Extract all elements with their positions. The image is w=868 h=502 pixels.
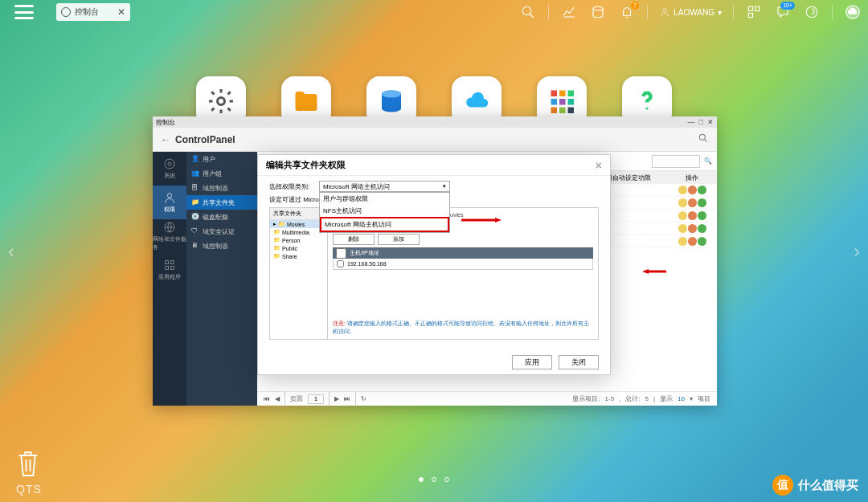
subnav-users[interactable]: 👤用户: [186, 152, 257, 166]
edit-icon[interactable]: [678, 224, 687, 233]
filter-input[interactable]: [652, 155, 700, 168]
separator: [647, 5, 648, 19]
host-access-label: 设定可通过 Micro: [269, 195, 319, 204]
svg-point-11: [382, 91, 401, 98]
close-icon[interactable]: ✕: [117, 6, 125, 18]
refresh-icon[interactable]: [698, 224, 706, 233]
edit-icon[interactable]: [678, 237, 687, 246]
dropdown-option[interactable]: 用户与群组权限: [320, 193, 449, 205]
subnav-domain[interactable]: 🗄域控制器: [186, 181, 257, 195]
perm-icon[interactable]: [688, 237, 697, 246]
message-icon[interactable]: 10+: [774, 3, 792, 21]
user-menu[interactable]: LAOWANG ▾: [659, 6, 722, 18]
info-icon[interactable]: [803, 3, 821, 21]
page-dot[interactable]: [432, 477, 436, 482]
refresh-icon[interactable]: [698, 198, 706, 207]
nav-system[interactable]: 系统: [153, 152, 186, 186]
desktop-pager[interactable]: [419, 477, 449, 482]
svg-point-21: [646, 108, 649, 110]
user-icon: 👤: [191, 155, 199, 163]
nav-network[interactable]: 网络和文件服务: [153, 219, 186, 253]
next-page-icon[interactable]: ▶: [334, 395, 339, 402]
panel-title: ControlPanel: [175, 134, 235, 145]
svg-rect-13: [559, 91, 566, 97]
subnav-security[interactable]: 🛡域安全认证: [186, 224, 257, 239]
ip-value: 192.168.50.168: [347, 261, 387, 267]
search-icon[interactable]: 🔍: [704, 157, 712, 165]
row-checkbox[interactable]: [337, 260, 344, 267]
refresh-icon[interactable]: ↻: [361, 395, 366, 402]
disk-icon[interactable]: [589, 3, 607, 21]
username: LAOWANG: [674, 8, 714, 17]
add-button[interactable]: 添加: [378, 234, 420, 245]
refresh-icon[interactable]: [698, 186, 706, 194]
page-dot[interactable]: [444, 477, 449, 482]
domain-icon: 🗄: [191, 184, 199, 192]
edit-icon[interactable]: [678, 198, 687, 207]
folder-icon: 📁: [191, 198, 199, 206]
svg-point-9: [218, 98, 225, 105]
svg-rect-28: [166, 261, 169, 264]
svg-rect-19: [559, 108, 566, 114]
next-desktop[interactable]: ›: [849, 235, 865, 267]
perm-icon[interactable]: [688, 198, 697, 207]
perm-icon[interactable]: [688, 186, 697, 194]
page-input[interactable]: [308, 394, 324, 404]
topbar: 控制台 ✕ 7 LAOWANG ▾ 10+: [0, 0, 868, 24]
dialog-title: 编辑共享文件夹权限: [266, 159, 346, 171]
minimize-icon[interactable]: —: [688, 118, 695, 126]
edit-permissions-dialog: 编辑共享文件夹权限 × 选择权限类别: Microsoft 网络主机访问 用户与…: [257, 154, 611, 375]
delete-button[interactable]: 删除: [333, 234, 375, 245]
subnav-shared-folders[interactable]: 📁共享文件夹: [186, 195, 257, 210]
svg-rect-4: [748, 6, 752, 10]
widget-icon[interactable]: [745, 3, 763, 21]
nav-privilege[interactable]: 权限: [153, 186, 186, 219]
back-icon[interactable]: ←: [161, 134, 170, 145]
edit-icon[interactable]: [678, 211, 687, 220]
window-titlebar[interactable]: 控制台 — □ ✕: [153, 116, 717, 128]
search-icon[interactable]: [698, 133, 709, 146]
perm-icon[interactable]: [688, 224, 697, 233]
perm-icon[interactable]: [688, 211, 697, 220]
subnav-controller[interactable]: 🖥域控制器: [186, 239, 257, 253]
menu-icon[interactable]: [14, 5, 34, 19]
edit-icon[interactable]: [678, 186, 687, 194]
prev-desktop[interactable]: ‹: [3, 235, 19, 267]
trash-icon[interactable]: [16, 447, 40, 478]
folder-item[interactable]: 📁 Public: [270, 244, 327, 252]
folder-item[interactable]: 📁 Person: [270, 236, 327, 244]
perm-type-dropdown[interactable]: Microsoft 网络主机访问 用户与群组权限 NFS主机访问 Microso…: [319, 181, 450, 192]
dropdown-list: 用户与群组权限 NFS主机访问 Microsoft 网络主机访问: [319, 192, 450, 233]
dropdown-option[interactable]: NFS主机访问: [320, 205, 449, 217]
left-nav: 系统 权限 网络和文件服务 应用程序: [153, 152, 186, 406]
server-icon: 🖥: [191, 242, 199, 250]
search-icon[interactable]: [519, 3, 537, 21]
refresh-icon[interactable]: [698, 237, 706, 246]
subnav-groups[interactable]: 👥用户组: [186, 166, 257, 181]
bell-icon[interactable]: 7: [618, 3, 636, 21]
svg-rect-29: [170, 261, 174, 264]
dropdown-option-highlighted[interactable]: Microsoft 网络主机访问: [320, 217, 449, 232]
dashboard-icon[interactable]: [560, 3, 578, 21]
refresh-icon[interactable]: [698, 211, 706, 220]
dialog-header[interactable]: 编辑共享文件夹权限 ×: [258, 155, 610, 176]
page-dot[interactable]: [419, 477, 424, 482]
maximize-icon[interactable]: □: [699, 118, 703, 126]
dropdown-selected[interactable]: Microsoft 网络主机访问: [319, 181, 450, 192]
first-page-icon[interactable]: ⏮: [264, 395, 270, 402]
ip-row[interactable]: 192.168.50.168: [333, 259, 593, 270]
close-icon[interactable]: ✕: [707, 118, 714, 126]
nav-apps[interactable]: 应用程序: [153, 253, 186, 287]
prev-page-icon[interactable]: ◀: [275, 395, 280, 402]
cloud-icon[interactable]: [844, 3, 862, 21]
folder-item[interactable]: 📁 Share: [270, 252, 327, 260]
desktop: 控制台 ✕ 7 LAOWANG ▾ 10+: [0, 0, 868, 502]
select-all-checkbox[interactable]: [336, 248, 346, 259]
last-page-icon[interactable]: ⏭: [344, 395, 350, 402]
open-tab[interactable]: 控制台 ✕: [56, 3, 130, 21]
subnav-quota[interactable]: 💽磁盘配额: [186, 210, 257, 224]
apply-button[interactable]: 应用: [512, 355, 552, 369]
svg-point-0: [523, 6, 532, 15]
close-button[interactable]: 关闭: [559, 355, 599, 369]
close-icon[interactable]: ×: [596, 159, 602, 172]
